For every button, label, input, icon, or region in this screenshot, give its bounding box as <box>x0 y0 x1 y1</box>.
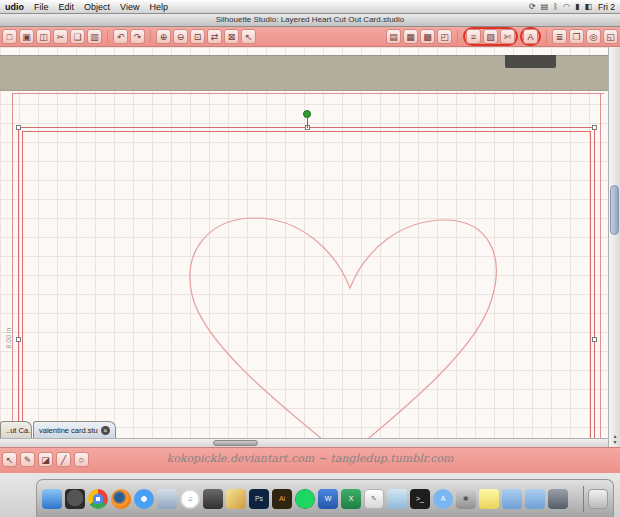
dock-icon-calculator[interactable] <box>548 489 568 509</box>
dock-icon-glyph: ✎ <box>371 495 377 503</box>
vertical-scrollbar[interactable]: ▴ ▾ <box>608 47 620 447</box>
toolbar-button-zoom-selection[interactable]: ⊡ <box>190 29 205 44</box>
toolbar-icon-glyph: ⇄ <box>211 32 219 42</box>
toolbar-button-undo[interactable]: ↶ <box>113 29 128 44</box>
toolbar-icon-glyph: ▩ <box>423 32 432 42</box>
toolbar-icon-glyph: ≣ <box>556 32 564 42</box>
selection-handle-top-right[interactable] <box>592 125 597 130</box>
toolbar-button-show-grid[interactable]: ▩ <box>420 29 435 44</box>
dock-icon-textedit[interactable]: ✎ <box>364 489 384 509</box>
menu-item[interactable]: View <box>120 2 139 12</box>
toolbar-button-line-style[interactable]: ≡ <box>466 29 481 44</box>
toolbar-button-open-document[interactable]: ▣ <box>19 29 34 44</box>
vertical-scrollbar-thumb[interactable] <box>610 185 619 235</box>
tab-close-icon[interactable]: × <box>101 426 110 435</box>
toolbar-button-registration-marks[interactable]: ◰ <box>437 29 452 44</box>
toolbar-icon-glyph: ⊖ <box>177 32 185 42</box>
dock-icon-finder[interactable] <box>42 489 62 509</box>
toolbar-icon-glyph: ◰ <box>440 32 449 42</box>
dock-icon-word[interactable]: W <box>318 489 338 509</box>
rotation-handle[interactable] <box>303 110 311 118</box>
window-title: Silhouette Studio: Layered Heart Cut Out… <box>216 15 405 24</box>
menu-item[interactable]: Object <box>84 2 110 12</box>
dock-icon-mail[interactable] <box>157 489 177 509</box>
selection-handle-top-left[interactable] <box>16 125 21 130</box>
dock-icon-dashboard[interactable] <box>65 489 85 509</box>
toolbar-separator <box>457 30 458 43</box>
dock-icon-chrome[interactable] <box>88 489 108 509</box>
scrollbar-arrows[interactable]: ▴ ▾ <box>609 433 620 445</box>
toolbar-button-copy[interactable]: ❏ <box>70 29 85 44</box>
horizontal-scrollbar-thumb[interactable] <box>213 440 258 446</box>
horizontal-scrollbar[interactable] <box>0 438 608 447</box>
dock-icon-app-store[interactable]: A <box>433 489 453 509</box>
toolbar-icon-glyph: ▥ <box>90 32 99 42</box>
status-icon-displays[interactable]: ▤ <box>541 2 549 11</box>
toolbar-button-fit-to-page[interactable]: ⊠ <box>224 29 239 44</box>
dock-icon-photoshop[interactable]: Ps <box>249 489 269 509</box>
document-tab-label: valentine card.stu <box>39 426 98 435</box>
dock-icon-trash[interactable] <box>588 489 608 509</box>
toolbar-button-cut-settings[interactable]: ✄ <box>500 29 515 44</box>
toolbar-button-drag-zoom[interactable]: ⇄ <box>207 29 222 44</box>
status-icon-battery[interactable]: ▮ <box>575 2 579 11</box>
toolbar-icon-glyph: ≡ <box>471 32 476 42</box>
toolbar-button-page-settings[interactable]: ▤ <box>386 29 401 44</box>
scroll-down-arrow-icon[interactable]: ▾ <box>609 439 620 445</box>
dock-icon-glyph: Ps <box>255 495 263 502</box>
toolbar-button-redo[interactable]: ↷ <box>130 29 145 44</box>
status-icon-volume[interactable]: ◧ <box>584 2 592 11</box>
toolbar-button-cut[interactable]: ✂ <box>53 29 68 44</box>
dock-icon-safari[interactable] <box>134 489 154 509</box>
toolbar-button-save-document[interactable]: ◫ <box>36 29 51 44</box>
toolbar-button-replicate[interactable]: ❐ <box>569 29 584 44</box>
menubar-clock[interactable]: Fri 2 <box>598 2 615 12</box>
dock-icon-terminal[interactable]: >_ <box>410 489 430 509</box>
toolbar-button-select-cursor[interactable]: ↖ <box>241 29 256 44</box>
status-icon-airport-wifi[interactable]: ◠ <box>563 2 570 11</box>
dock-icon-photo-booth[interactable] <box>203 489 223 509</box>
toolbar-button-zoom-in[interactable]: ⊕ <box>156 29 171 44</box>
toolbar-icon-glyph: ↷ <box>134 32 142 42</box>
dock-icon-stickies[interactable] <box>479 489 499 509</box>
status-icon-time-machine[interactable]: ⟳ <box>529 2 536 11</box>
toolbar-icon-glyph: ↶ <box>117 32 125 42</box>
dock-icon-excel[interactable]: X <box>341 489 361 509</box>
toolbar-button-zoom-out[interactable]: ⊖ <box>173 29 188 44</box>
dock-icon-glyph: A <box>441 495 446 502</box>
dock-icons: ♫ Ps Ai W X ✎ >_ A ✱ <box>42 489 579 509</box>
menu-item[interactable]: File <box>34 2 49 12</box>
dock-icon-illustrator[interactable]: Ai <box>272 489 292 509</box>
main-toolbar: □▣◫✂❏▥ ↶↷ ⊕⊖⊡⇄⊠↖ ▤▦▩◰ ≡▨✄ A ≣❐◎◱ <box>0 27 620 47</box>
window-titlebar: Silhouette Studio: Layered Heart Cut Out… <box>0 14 620 27</box>
dock-icon-preview[interactable] <box>387 489 407 509</box>
toolbar-button-paste[interactable]: ▥ <box>87 29 102 44</box>
document-tab-valentine-card[interactable]: valentine card.stu × <box>33 421 116 438</box>
toolbar-button-offset[interactable]: ◎ <box>586 29 601 44</box>
menu-item[interactable]: Help <box>149 2 168 12</box>
dock-icon-folder-applications[interactable] <box>502 489 522 509</box>
dock-icon-itunes[interactable]: ♫ <box>180 489 200 509</box>
app-menu-name[interactable]: udio <box>5 2 24 12</box>
selection-handle-mid-right[interactable] <box>592 337 597 342</box>
toolbar-button-modify[interactable]: ◱ <box>603 29 618 44</box>
menu-item[interactable]: Edit <box>59 2 75 12</box>
document-tab-cut-out-card[interactable]: ..ut Ca.. × <box>0 421 32 438</box>
toolbar-button-new-document[interactable]: □ <box>2 29 17 44</box>
text-style-button[interactable]: A <box>523 29 538 44</box>
dock-icon-folder-documents[interactable] <box>525 489 545 509</box>
toolbar-icon-glyph: □ <box>7 32 12 42</box>
ruler-measurement-label: 8.00 in <box>5 319 12 349</box>
toolbar-button-reveal-cutting-mat[interactable]: ▦ <box>403 29 418 44</box>
toolbar-icon-glyph: ▣ <box>22 32 31 42</box>
design-canvas[interactable]: 8.00 in <box>0 47 608 446</box>
toolbar-button-fill-style[interactable]: ▨ <box>483 29 498 44</box>
toolbar-button-text-align[interactable]: ≣ <box>552 29 567 44</box>
dock-icon-iphoto[interactable] <box>226 489 246 509</box>
toolbar-icon-glyph: ◫ <box>39 32 48 42</box>
dock-icon-firefox[interactable] <box>111 489 131 509</box>
dock-icon-spotify[interactable] <box>295 489 315 509</box>
selection-handle-mid-left[interactable] <box>16 337 21 342</box>
dock-icon-system-preferences[interactable]: ✱ <box>456 489 476 509</box>
status-icon-bluetooth[interactable]: ᛒ <box>553 2 558 11</box>
